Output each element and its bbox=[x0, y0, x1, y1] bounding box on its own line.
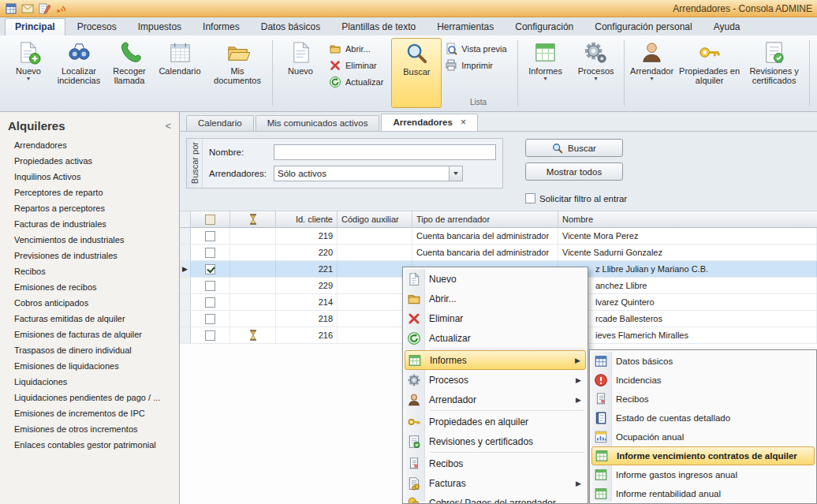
recibos-button[interactable]: Recibos bbox=[812, 38, 817, 108]
row-checkbox-cell[interactable] bbox=[191, 278, 230, 293]
localizar-incidencias-button[interactable]: Localizar incidencias bbox=[54, 38, 104, 108]
submenu-item-informe-rentabilidad[interactable]: Informe rentabilidad anual bbox=[591, 484, 815, 503]
sidebar-item-liquidaciones-pendientes[interactable]: Liquidaciones pendientes de pago / ... bbox=[0, 390, 179, 405]
sidebar-item-cobros-anticipados[interactable]: Cobros anticipados bbox=[0, 295, 179, 311]
procesos-button[interactable]: Procesos ▾ bbox=[571, 38, 621, 108]
broadcast-icon[interactable] bbox=[54, 2, 67, 15]
doc-tab-arrendadores[interactable]: Arrendadores× bbox=[381, 114, 477, 131]
sidebar-item-enlaces-contables[interactable]: Enlaces contables gestor patrimonial bbox=[0, 437, 179, 453]
row-checkbox-cell[interactable] bbox=[191, 294, 230, 310]
ribbon-tab-procesos[interactable]: Procesos bbox=[68, 19, 126, 35]
sidebar-item-emisiones-recibos[interactable]: Emisiones de recibos bbox=[0, 279, 179, 295]
row-checkbox-cell[interactable] bbox=[191, 245, 230, 260]
mostrar-todos-button[interactable]: Mostrar todos bbox=[525, 162, 623, 181]
sidebar-item-repartos[interactable]: Repartos a perceptores bbox=[0, 200, 179, 216]
edit-icon[interactable] bbox=[38, 2, 50, 15]
ribbon-tab-impuestos[interactable]: Impuestos bbox=[129, 19, 191, 35]
menu-item-facturas[interactable]: Facturas ▶ bbox=[405, 473, 586, 493]
sidebar-item-previsiones-industriales[interactable]: Previsiones de industriales bbox=[0, 248, 179, 263]
revisiones-certificados-button[interactable]: Revisiones y certificados bbox=[742, 38, 807, 108]
row-checkbox-cell[interactable] bbox=[191, 228, 230, 244]
imprimir-button[interactable]: Imprimir bbox=[442, 57, 514, 73]
collapse-icon[interactable]: < bbox=[165, 120, 171, 132]
submenu-item-incidencias[interactable]: Incidencias bbox=[591, 371, 815, 390]
menu-item-nuevo[interactable]: Nuevo bbox=[405, 269, 586, 289]
menu-item-abrir[interactable]: Abrir... bbox=[405, 289, 586, 308]
sidebar-item-facturas-industriales[interactable]: Facturas de industriales bbox=[0, 216, 179, 232]
menu-item-recibos[interactable]: Recibos bbox=[405, 454, 586, 473]
sidebar-item-recibos[interactable]: Recibos bbox=[0, 263, 179, 279]
menu-item-eliminar[interactable]: Eliminar bbox=[405, 308, 586, 328]
hourglass-column-header[interactable] bbox=[230, 211, 276, 227]
row-checkbox[interactable] bbox=[205, 248, 215, 258]
submenu-item-ocupacion-anual[interactable]: Ocupación anual bbox=[591, 427, 815, 446]
row-checkbox[interactable] bbox=[205, 330, 215, 341]
ribbon-tab-datos-basicos[interactable]: Datos básicos bbox=[252, 19, 330, 35]
solicitar-filtro-checkbox[interactable] bbox=[525, 193, 535, 203]
sidebar-item-facturas-emitidas[interactable]: Facturas emitidas de alquiler bbox=[0, 311, 179, 327]
menu-item-propiedades[interactable]: Propiedades en alquiler bbox=[405, 412, 586, 431]
sidebar-item-perceptores[interactable]: Perceptores de reparto bbox=[0, 185, 179, 200]
menu-item-revisiones[interactable]: Revisiones y certificados bbox=[405, 431, 586, 451]
checkbox-column-header[interactable] bbox=[191, 211, 230, 227]
header-checkbox[interactable] bbox=[205, 215, 215, 225]
informes-button[interactable]: Informes ▾ bbox=[520, 38, 571, 108]
eliminar-button[interactable]: Eliminar bbox=[326, 57, 391, 73]
sidebar-item-vencimientos-industriales[interactable]: Vencimientos de industriales bbox=[0, 232, 179, 248]
row-checkbox[interactable] bbox=[205, 297, 215, 308]
row-checkbox[interactable] bbox=[205, 281, 215, 291]
sidebar-item-inquilinos-activos[interactable]: Inquilinos Activos bbox=[0, 169, 179, 185]
table-row[interactable]: 219 Cuenta bancaria del administrador Vi… bbox=[180, 228, 817, 245]
recoger-llamada-button[interactable]: Recoger llamada bbox=[104, 38, 155, 108]
table-icon[interactable] bbox=[5, 2, 17, 15]
submenu-item-informe-vencimiento[interactable]: Informe vencimiento contratos de alquile… bbox=[591, 446, 815, 465]
column-header-nombre[interactable]: Nombre bbox=[558, 211, 817, 227]
menu-item-actualizar[interactable]: Actualizar bbox=[405, 328, 586, 348]
column-header-id-cliente[interactable]: Id. cliente bbox=[276, 211, 338, 227]
sidebar-item-arrendadores[interactable]: Arrendadores bbox=[0, 137, 179, 153]
ribbon-tab-plantillas[interactable]: Plantillas de texto bbox=[332, 19, 425, 35]
actualizar-button[interactable]: Actualizar bbox=[326, 73, 391, 90]
submenu-item-informe-gastos[interactable]: Informe gastos ingresos anual bbox=[591, 465, 815, 484]
mis-documentos-button[interactable]: Mis documentos bbox=[205, 38, 270, 108]
chevron-down-icon[interactable] bbox=[449, 166, 462, 181]
sidebar-item-propiedades-activas[interactable]: Propiedades activas bbox=[0, 153, 179, 169]
sidebar-item-emisiones-liquidaciones[interactable]: Emisiones de liquidaciones bbox=[0, 358, 179, 374]
column-header-tipo-arrendador[interactable]: Tipo de arrendador bbox=[412, 211, 558, 227]
row-checkbox-cell[interactable] bbox=[191, 311, 230, 327]
close-icon[interactable]: × bbox=[461, 117, 466, 128]
arrendadores-combo[interactable]: Sólo activos bbox=[274, 166, 463, 181]
table-row[interactable]: 220 Cuenta bancaria del administrador Vi… bbox=[180, 245, 817, 261]
menu-item-informes[interactable]: Informes ▶ bbox=[405, 350, 586, 370]
menu-item-procesos[interactable]: Procesos ▶ bbox=[405, 370, 586, 390]
ribbon-tab-ayuda[interactable]: Ayuda bbox=[704, 19, 750, 35]
sidebar-item-liquidaciones[interactable]: Liquidaciones bbox=[0, 374, 179, 390]
submenu-item-recibos[interactable]: Recibos bbox=[591, 390, 815, 409]
buscar-filter-button[interactable]: Buscar bbox=[525, 139, 623, 157]
sidebar-item-emisiones-facturas[interactable]: Emisiones de facturas de alquiler bbox=[0, 327, 179, 342]
ribbon-tab-principal[interactable]: Principal bbox=[5, 18, 65, 35]
doc-tab-mis-comunicados[interactable]: Mis comunicados activos bbox=[256, 115, 380, 131]
row-checkbox[interactable] bbox=[205, 231, 215, 241]
submenu-item-estado-cuentas[interactable]: Estado de cuentas detallado bbox=[591, 409, 815, 427]
sidebar-item-otros-incrementos[interactable]: Emisiones de otros incrementos bbox=[0, 421, 179, 437]
buscar-button[interactable]: Buscar bbox=[391, 38, 442, 108]
abrir-button[interactable]: Abrir... bbox=[326, 40, 391, 57]
menu-item-cobros-pagos[interactable]: Cobros/ Pagos del arrendador bbox=[405, 493, 586, 504]
ribbon-tab-configuracion[interactable]: Configuración bbox=[505, 19, 583, 35]
propiedades-en-alquiler-button[interactable]: Propiedades en alquiler bbox=[677, 38, 742, 108]
mail-icon[interactable] bbox=[21, 2, 34, 15]
nombre-input[interactable] bbox=[274, 144, 496, 160]
row-checkbox-cell[interactable] bbox=[191, 327, 230, 343]
ribbon-tab-configuracion-personal[interactable]: Configuración personal bbox=[585, 19, 701, 35]
ribbon-tab-herramientas[interactable]: Herramientas bbox=[427, 19, 503, 35]
column-header-codigo-auxiliar[interactable]: Código auxiliar bbox=[338, 211, 412, 227]
ribbon-tab-informes[interactable]: Informes bbox=[193, 19, 249, 35]
submenu-item-datos-basicos[interactable]: Datos básicos bbox=[591, 352, 815, 371]
vista-previa-button[interactable]: Vista previa bbox=[442, 40, 514, 57]
nuevo-button[interactable]: Nuevo bbox=[275, 38, 326, 108]
row-checkbox[interactable] bbox=[205, 264, 215, 274]
sidebar-item-traspasos[interactable]: Traspasos de dinero individual bbox=[0, 342, 179, 358]
row-checkbox-cell[interactable] bbox=[191, 261, 230, 277]
doc-tab-calendario[interactable]: Calendario bbox=[186, 115, 254, 131]
